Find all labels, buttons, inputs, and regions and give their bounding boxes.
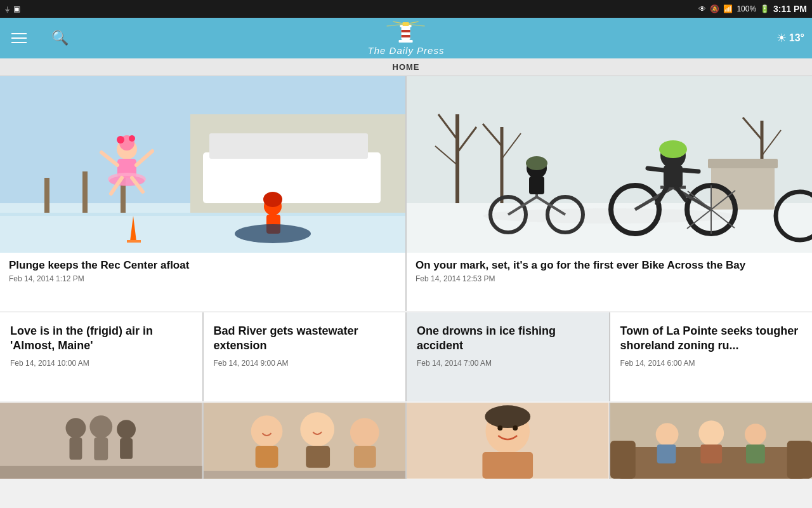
small-card-1[interactable]: Love is in the (frigid) air in 'Almost, … — [0, 312, 202, 401]
bottom-card-4[interactable] — [610, 403, 813, 479]
section-label: HOME — [393, 62, 420, 72]
svg-point-70 — [526, 156, 547, 170]
svg-point-102 — [655, 423, 678, 446]
svg-rect-103 — [657, 444, 676, 464]
svg-rect-4 — [402, 35, 410, 37]
svg-rect-101 — [787, 441, 812, 479]
bottom-image-1 — [0, 403, 202, 479]
svg-rect-83 — [0, 466, 202, 479]
featured-title-1: Plunge keeps the Rec Center afloat — [9, 259, 396, 272]
small-title-3: One drowns in ice fishing accident — [417, 324, 599, 354]
featured-card-1-body: Plunge keeps the Rec Center afloat Feb 1… — [0, 253, 405, 290]
svg-point-81 — [117, 420, 136, 439]
time-display: 3:11 PM — [773, 4, 807, 14]
svg-rect-16 — [82, 171, 88, 216]
svg-point-85 — [251, 415, 282, 447]
logo-title: The Daily Press — [368, 45, 445, 56]
small-date-1: Feb 14, 2014 10:00 AM — [10, 359, 192, 368]
featured-card-1[interactable]: Plunge keeps the Rec Center afloat Feb 1… — [0, 76, 405, 311]
section-bar: HOME — [0, 58, 812, 76]
bottom-grid — [0, 403, 812, 479]
featured-date-1: Feb 14, 2014 1:12 PM — [9, 274, 396, 283]
weather-area: ☀ 13° — [776, 31, 804, 45]
mute-icon: 🔕 — [710, 4, 719, 13]
svg-point-58 — [659, 140, 687, 158]
svg-line-61 — [683, 170, 698, 171]
bottom-image-2 — [204, 403, 406, 479]
svg-rect-107 — [745, 444, 764, 464]
small-title-2: Bad River gets wastewater extension — [214, 324, 396, 354]
svg-rect-59 — [664, 165, 683, 187]
wifi-icon: 📶 — [723, 4, 733, 13]
bottom-image-3 — [407, 403, 609, 479]
battery-icon: 🔋 — [760, 4, 769, 13]
lighthouse-logo — [381, 21, 431, 48]
sun-icon: ☀ — [776, 31, 787, 45]
svg-point-106 — [745, 424, 766, 445]
svg-point-24 — [129, 135, 135, 142]
small-card-2[interactable]: Bad River gets wastewater extension Feb … — [204, 312, 406, 401]
small-title-4: Town of La Pointe seeks tougher shorelan… — [620, 324, 802, 354]
svg-point-89 — [350, 418, 379, 447]
svg-rect-14 — [209, 133, 368, 159]
featured-card-2[interactable]: On your mark, set, it's a go for the fir… — [407, 76, 812, 311]
bottom-card-3[interactable] — [407, 403, 609, 479]
svg-rect-3 — [402, 30, 410, 32]
small-date-4: Feb 14, 2014 6:00 AM — [620, 359, 802, 368]
hamburger-icon — [11, 33, 27, 43]
svg-line-60 — [648, 168, 664, 170]
bottom-card-1[interactable] — [0, 403, 202, 479]
svg-rect-91 — [204, 471, 406, 479]
svg-rect-105 — [700, 444, 722, 464]
main-content: Plunge keeps the Rec Center afloat Feb 1… — [0, 76, 812, 508]
small-date-2: Feb 14, 2014 9:00 AM — [214, 359, 396, 368]
svg-rect-5 — [399, 40, 413, 43]
bottom-image-4 — [610, 403, 813, 479]
svg-point-35 — [235, 224, 311, 243]
svg-rect-49 — [708, 159, 778, 168]
svg-rect-88 — [306, 446, 330, 468]
status-bar: ⏚ ▣ 👁 🔕 📶 100% 🔋 3:11 PM — [0, 0, 812, 18]
status-left-icons: ⏚ ▣ — [5, 4, 20, 13]
svg-point-87 — [300, 412, 334, 446]
bottom-card-2[interactable] — [204, 403, 406, 479]
temperature-display: 13° — [789, 32, 804, 44]
search-button[interactable]: 🔍 — [41, 18, 79, 58]
svg-rect-90 — [353, 446, 376, 468]
status-right-icons: 👁 🔕 📶 100% 🔋 3:11 PM — [698, 4, 807, 14]
nav-bar: 🔍 The Daily Press ☀ 13° — [0, 18, 812, 58]
usb-icon: ⏚ — [5, 4, 10, 13]
svg-rect-80 — [94, 438, 108, 460]
small-date-3: Feb 14, 2014 7:00 AM — [417, 359, 599, 368]
search-icon: 🔍 — [51, 30, 69, 46]
svg-rect-13 — [203, 152, 381, 203]
svg-rect-86 — [255, 446, 278, 468]
featured-card-2-body: On your mark, set, it's a go for the fir… — [407, 253, 812, 290]
featured-date-2: Feb 14, 2014 12:53 PM — [416, 274, 803, 283]
logo-area: The Daily Press — [368, 21, 445, 56]
svg-rect-78 — [69, 438, 82, 460]
svg-point-95 — [497, 425, 502, 431]
svg-rect-15 — [44, 178, 49, 216]
svg-point-23 — [117, 136, 124, 144]
menu-button[interactable] — [0, 18, 38, 58]
featured-image-1 — [0, 76, 405, 253]
battery-label: 100% — [737, 4, 756, 13]
eye-icon: 👁 — [698, 4, 706, 13]
svg-point-96 — [513, 425, 518, 431]
svg-rect-20 — [127, 240, 141, 243]
svg-point-34 — [263, 192, 282, 207]
photo-icon: ▣ — [13, 4, 20, 13]
svg-rect-97 — [482, 452, 533, 479]
svg-point-77 — [66, 418, 86, 438]
small-card-3[interactable]: One drowns in ice fishing accident Feb 1… — [407, 312, 609, 401]
small-card-4[interactable]: Town of La Pointe seeks tougher shorelan… — [610, 312, 813, 401]
featured-title-2: On your mark, set, it's a go for the fir… — [416, 259, 803, 272]
svg-rect-71 — [529, 177, 544, 194]
svg-point-79 — [89, 415, 112, 438]
small-grid: Love is in the (frigid) air in 'Almost, … — [0, 312, 812, 401]
svg-point-104 — [698, 420, 724, 446]
svg-rect-100 — [610, 441, 636, 479]
svg-rect-18 — [0, 213, 405, 216]
svg-rect-82 — [120, 438, 133, 459]
